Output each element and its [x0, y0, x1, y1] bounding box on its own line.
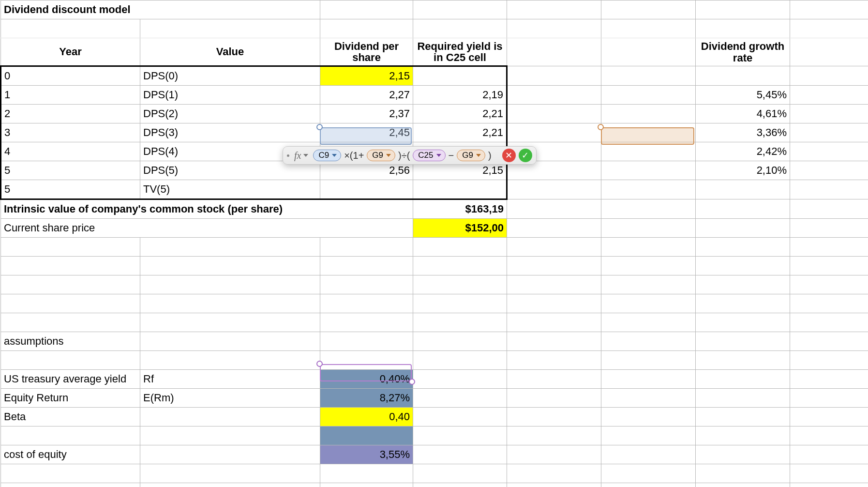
- ref-text: G9: [462, 151, 473, 160]
- erm-sym[interactable]: E(Rm): [140, 389, 320, 408]
- cell-growth-6[interactable]: [696, 180, 790, 199]
- fx-text: fx: [294, 150, 301, 161]
- current-price-value[interactable]: $152,00: [413, 219, 507, 238]
- cell-year-2[interactable]: 2: [1, 105, 140, 123]
- cell-reqyield-1[interactable]: 2,19: [413, 86, 507, 105]
- cell-growth-5[interactable]: 2,10%: [696, 161, 790, 180]
- cellref-handle-g9[interactable]: [598, 124, 604, 130]
- intrinsic-value[interactable]: $163,19: [413, 199, 507, 219]
- cell-growth-1[interactable]: 5,45%: [696, 86, 790, 105]
- chevron-down-icon: [303, 154, 308, 157]
- cell-dps-3[interactable]: 2,45: [320, 123, 413, 142]
- erm-val[interactable]: 8,27%: [320, 389, 413, 408]
- op-text: −: [449, 150, 454, 161]
- cell-dps-6[interactable]: [320, 180, 413, 199]
- intrinsic-label[interactable]: Intrinsic value of company's common stoc…: [1, 199, 413, 219]
- rf-val[interactable]: 0,40%: [320, 370, 413, 389]
- cell-value-0[interactable]: DPS(0): [140, 66, 320, 86]
- cell-year-0[interactable]: 0: [1, 66, 140, 86]
- cell-year-4[interactable]: 4: [1, 142, 140, 161]
- ref-token-g9-1[interactable]: G9: [367, 150, 395, 161]
- cell-dps-2[interactable]: 2,37: [320, 105, 413, 123]
- rf-label[interactable]: US treasury average yield: [1, 370, 140, 389]
- header-year[interactable]: Year: [1, 38, 140, 66]
- cell-reqyield-0[interactable]: [413, 66, 507, 86]
- ref-token-c25[interactable]: C25: [413, 150, 445, 161]
- coe-val[interactable]: 3,55%: [320, 445, 413, 464]
- header-growth[interactable]: Dividend growth rate: [696, 38, 790, 66]
- cell-year-6[interactable]: 5: [1, 180, 140, 199]
- current-price-label[interactable]: Current share price: [1, 219, 413, 238]
- grid[interactable]: Dividend discount model Year Value Divid…: [0, 0, 868, 487]
- cell-value-1[interactable]: DPS(1): [140, 86, 320, 105]
- cellref-handle-c25-br[interactable]: [409, 379, 415, 385]
- cell-year-3[interactable]: 3: [1, 123, 140, 142]
- close-icon: ✕: [505, 150, 512, 161]
- cell-year-1[interactable]: 1: [1, 86, 140, 105]
- ref-text: G9: [372, 151, 383, 160]
- cell-value-2[interactable]: DPS(2): [140, 105, 320, 123]
- cell-dps-1[interactable]: 2,27: [320, 86, 413, 105]
- cell-growth-0[interactable]: [696, 66, 790, 86]
- cell-reqyield-3[interactable]: 2,21: [413, 123, 507, 142]
- cell-value-3[interactable]: DPS(3): [140, 123, 320, 142]
- cell-reqyield-2[interactable]: 2,21: [413, 105, 507, 123]
- confirm-formula-button[interactable]: ✓: [519, 149, 532, 162]
- sheet-title[interactable]: Dividend discount model: [1, 0, 320, 19]
- formula-editor[interactable]: fx C9 ×(1+ G9 )÷( C25 − G9 ) ✕ ✓: [283, 146, 537, 165]
- cell-growth-3[interactable]: 3,36%: [696, 123, 790, 142]
- beta-label[interactable]: Beta: [1, 408, 140, 426]
- rf-sym[interactable]: Rf: [140, 370, 320, 389]
- op-text: ): [488, 150, 492, 161]
- dropdown-icon: [476, 154, 481, 157]
- header-reqyield[interactable]: Required yield is in C25 cell: [413, 38, 507, 66]
- spreadsheet[interactable]: Dividend discount model Year Value Divid…: [0, 0, 868, 487]
- dropdown-icon: [436, 154, 441, 157]
- cell-value-6[interactable]: TV(5): [140, 180, 320, 199]
- op-text: )÷(: [398, 150, 410, 161]
- cell-year-5[interactable]: 5: [1, 161, 140, 180]
- op-text: ×(1+: [344, 150, 364, 161]
- drag-dot-icon[interactable]: [287, 154, 289, 157]
- dropdown-icon: [332, 154, 337, 157]
- dropdown-icon: [386, 154, 391, 157]
- ref-text: C25: [418, 151, 433, 160]
- beta-sym[interactable]: [140, 408, 320, 426]
- coe-label[interactable]: cost of equity: [1, 445, 140, 464]
- ref-token-g9-2[interactable]: G9: [457, 150, 485, 161]
- beta-val[interactable]: 0,40: [320, 408, 413, 426]
- erm-label[interactable]: Equity Return: [1, 389, 140, 408]
- cell-growth-4[interactable]: 2,42%: [696, 142, 790, 161]
- cell-growth-2[interactable]: 4,61%: [696, 105, 790, 123]
- cancel-formula-button[interactable]: ✕: [502, 149, 516, 162]
- header-dps[interactable]: Dividend per share: [320, 38, 413, 66]
- fx-icon[interactable]: fx: [292, 150, 310, 161]
- cellref-handle-c9[interactable]: [316, 124, 323, 130]
- cell-dps-0[interactable]: 2,15: [320, 66, 413, 86]
- assumptions-heading[interactable]: assumptions: [1, 332, 140, 351]
- ref-token-c9[interactable]: C9: [313, 150, 341, 161]
- header-value[interactable]: Value: [140, 38, 320, 66]
- ref-text: C9: [318, 151, 329, 160]
- cell-reqyield-6[interactable]: [413, 180, 507, 199]
- check-icon: ✓: [522, 150, 529, 161]
- cellref-handle-c25-tl[interactable]: [316, 361, 323, 367]
